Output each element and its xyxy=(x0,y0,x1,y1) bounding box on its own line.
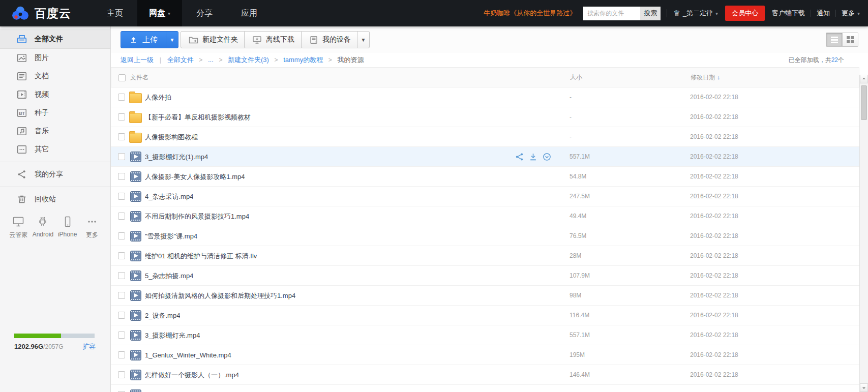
breadcrumb-tammy-tutorials[interactable]: tammy的教程 xyxy=(283,56,323,64)
sidebar-item-my-shares[interactable]: 我的分享 xyxy=(0,165,110,184)
row-checkbox[interactable] xyxy=(118,252,125,259)
file-name[interactable]: 2_设备.mp4 xyxy=(145,306,180,325)
baidu-cloud-logo[interactable]: 百度云 xyxy=(0,5,71,21)
promo-link[interactable]: 牛奶咖啡《从你的全世界路过》 xyxy=(484,9,576,18)
row-checkbox[interactable] xyxy=(118,312,125,319)
grid-view-button[interactable] xyxy=(842,33,858,46)
file-name[interactable]: 4_杂志采访.mp4 xyxy=(145,187,193,206)
row-checkbox[interactable] xyxy=(118,113,125,120)
nav-home[interactable]: 主页 xyxy=(93,0,137,26)
breadcrumb-ellipsis[interactable]: ... xyxy=(208,56,214,64)
sidebar-item-all-files[interactable]: 全部文件 xyxy=(0,29,110,49)
table-row[interactable]: 4_杂志采访.mp4 247.5M 2016-02-02 22:18 xyxy=(111,187,859,206)
table-row[interactable]: 3_摄影棚灯光.mp4 557.1M 2016-02-02 22:18 xyxy=(111,325,859,345)
file-name[interactable]: "雪景摄影"课.mp4 xyxy=(145,226,197,246)
download-icon[interactable] xyxy=(529,153,537,161)
list-view-button[interactable] xyxy=(826,33,842,46)
nav-apps[interactable]: 应用 xyxy=(227,0,272,26)
vip-center-button[interactable]: 会员中心 xyxy=(725,6,765,21)
more-actions-icon[interactable] xyxy=(543,153,551,161)
upload-button[interactable]: 上传 ▼ xyxy=(121,31,178,48)
share-icon xyxy=(16,169,27,180)
vertical-scrollbar[interactable] xyxy=(859,75,868,392)
my-devices-button[interactable]: 我的设备 ▼ xyxy=(301,31,370,48)
scroll-up-arrow-icon[interactable] xyxy=(860,75,868,83)
sidebar-item-bt-seeds[interactable]: BT 种子 xyxy=(0,104,110,122)
column-header-name[interactable]: 文件名 xyxy=(130,68,148,87)
iphone-app[interactable]: iPhone xyxy=(55,216,80,239)
file-name[interactable]: 不用后期制作的风景摄影技巧1.mp4 xyxy=(145,206,249,226)
sidebar-item-images[interactable]: 图片 xyxy=(0,49,110,67)
notifications-link[interactable]: 通知 xyxy=(817,9,830,18)
sidebar-item-music[interactable]: 音乐 xyxy=(0,122,110,140)
table-row[interactable]: 维护01 相机的维护与清洁修正 标清.flv 28M 2016-02-02 22… xyxy=(111,246,859,266)
table-row[interactable]: 人像摄影-美女人像摄影攻略1.mp4 54.8M 2016-02-02 22:1… xyxy=(111,167,859,187)
android-app[interactable]: Android xyxy=(31,216,55,239)
row-checkbox[interactable] xyxy=(118,272,125,279)
table-row[interactable]: 人像摄影构图教程 - 2016-02-02 22:18 xyxy=(111,127,859,147)
scrollbar-thumb[interactable] xyxy=(861,85,867,120)
devices-dropdown-caret[interactable]: ▼ xyxy=(357,32,369,48)
upload-dropdown-caret[interactable]: ▼ xyxy=(166,32,178,48)
file-name[interactable]: 3_摄影棚灯光.mp4 xyxy=(145,325,200,345)
file-date: 2016-02-02 22:18 xyxy=(690,325,738,345)
table-row[interactable]: 【新手必看】单反相机摄影视频教材 - 2016-02-02 22:18 xyxy=(111,107,859,127)
row-checkbox[interactable] xyxy=(118,292,125,299)
row-checkbox[interactable] xyxy=(118,193,125,200)
breadcrumb-all-files[interactable]: 全部文件 xyxy=(167,56,194,64)
client-download-link[interactable]: 客户端下载 xyxy=(772,9,805,18)
file-name[interactable]: 如何拍摄清新风格的人像摄影和后期处理技巧1.mp4 xyxy=(145,286,295,306)
table-row[interactable]: 如何拍摄清新风格的人像摄影和后期处理技巧1.mp4 98M 2016-02-02… xyxy=(111,286,859,306)
file-name[interactable]: 维护01 相机的维护与清洁修正 标清.flv xyxy=(145,246,257,266)
row-checkbox[interactable] xyxy=(118,94,125,101)
row-checkbox[interactable] xyxy=(118,173,125,180)
user-menu[interactable]: ♛ _第二定律 ▾ xyxy=(673,9,718,18)
table-row[interactable]: 怎样做好一个摄影人（一）.mp4 146.4M 2016-02-02 22:18 xyxy=(111,365,859,385)
row-checkbox[interactable] xyxy=(118,351,125,358)
table-row[interactable] xyxy=(111,385,859,392)
sidebar-item-others[interactable]: 其它 xyxy=(0,140,110,159)
file-list: 人像外拍 - 2016-02-02 22:18 【新手必看】单反相机摄影视频教材… xyxy=(111,87,859,392)
file-name[interactable]: 怎样做好一个摄影人（一）.mp4 xyxy=(145,365,239,385)
row-checkbox[interactable] xyxy=(118,371,125,378)
share-icon[interactable] xyxy=(515,153,524,161)
row-checkbox[interactable] xyxy=(118,153,125,160)
scroll-down-arrow-icon[interactable] xyxy=(860,383,868,392)
table-row[interactable]: "雪景摄影"课.mp4 76.5M 2016-02-02 22:18 xyxy=(111,226,859,246)
row-checkbox[interactable] xyxy=(118,213,125,220)
table-row[interactable]: 人像外拍 - 2016-02-02 22:18 xyxy=(111,87,859,107)
column-header-date[interactable]: 修改日期↓ xyxy=(691,68,721,87)
file-name[interactable]: 3_摄影棚灯光(1).mp4 xyxy=(145,147,208,167)
more-menu[interactable]: 更多 ▾ xyxy=(842,9,860,18)
row-checkbox[interactable] xyxy=(118,133,125,140)
table-row[interactable]: 2_设备.mp4 116.4M 2016-02-02 22:18 xyxy=(111,306,859,325)
nav-pan[interactable]: 网盘 ▾ xyxy=(137,0,182,26)
file-name[interactable]: 1_Genlux_Winter_White.mp4 xyxy=(145,345,231,365)
table-row[interactable]: 1_Genlux_Winter_White.mp4 195M 2016-02-0… xyxy=(111,345,859,365)
nav-share[interactable]: 分享 xyxy=(182,0,227,26)
expand-storage-link[interactable]: 扩容 xyxy=(82,342,96,351)
table-row[interactable]: 5_杂志拍摄.mp4 107.9M 2016-02-02 22:18 xyxy=(111,266,859,286)
table-row[interactable]: 不用后期制作的风景摄影技巧1.mp4 49.4M 2016-02-02 22:1… xyxy=(111,206,859,226)
breadcrumb-folder-3[interactable]: 新建文件夹(3) xyxy=(228,56,269,64)
sidebar-item-videos[interactable]: 视频 xyxy=(0,85,110,104)
cloud-manager-app[interactable]: 云管家 xyxy=(6,216,31,239)
search-button[interactable]: 搜索 xyxy=(640,7,661,20)
offline-download-button[interactable]: 离线下载 xyxy=(244,31,303,48)
select-all-checkbox[interactable] xyxy=(118,74,126,81)
back-to-parent-link[interactable]: 返回上一级 xyxy=(121,56,154,64)
file-name[interactable]: 人像摄影-美女人像摄影攻略1.mp4 xyxy=(145,167,245,187)
file-name[interactable]: 人像摄影构图教程 xyxy=(145,127,198,147)
new-folder-button[interactable]: 新建文件夹 xyxy=(181,31,246,48)
more-apps[interactable]: 更多 xyxy=(80,216,104,239)
search-input[interactable] xyxy=(583,7,640,20)
row-checkbox[interactable] xyxy=(118,232,125,239)
sidebar-item-documents[interactable]: 文档 xyxy=(0,67,110,85)
table-row[interactable]: 3_摄影棚灯光(1).mp4 557.1M xyxy=(111,147,859,167)
sidebar-item-recycle-bin[interactable]: 回收站 xyxy=(0,190,110,208)
file-name[interactable]: 人像外拍 xyxy=(145,87,171,107)
row-checkbox[interactable] xyxy=(118,331,125,339)
column-header-size[interactable]: 大小 xyxy=(570,68,582,87)
file-name[interactable]: 5_杂志拍摄.mp4 xyxy=(145,266,193,286)
file-name[interactable]: 【新手必看】单反相机摄影视频教材 xyxy=(145,107,251,127)
